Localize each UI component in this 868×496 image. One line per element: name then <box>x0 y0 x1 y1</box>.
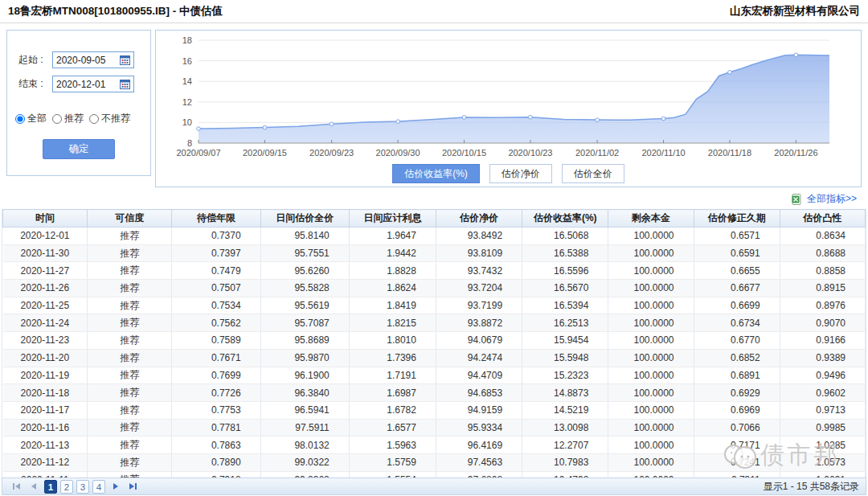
table-row: 2020-11-17推荐0.775396.59411.678294.915914… <box>3 401 866 419</box>
table-cell: 95.9870 <box>260 349 349 367</box>
table-cell: 100.0000 <box>608 280 694 297</box>
column-header[interactable]: 日间应计利息 <box>349 210 436 228</box>
table-cell: 15.5948 <box>522 349 608 367</box>
table-cell: 13.0098 <box>522 419 608 437</box>
table-cell: 1.7396 <box>349 349 436 367</box>
table-cell: 2020-11-12 <box>3 453 88 471</box>
all-indicators-link[interactable]: 全部指标>> <box>807 192 857 206</box>
table-cell: 0.6571 <box>694 228 780 245</box>
column-header[interactable]: 剩余本金 <box>608 210 694 228</box>
table-cell: 1.9442 <box>349 244 436 262</box>
column-header[interactable]: 估价凸性 <box>780 210 865 228</box>
table-cell: 0.7863 <box>172 437 260 454</box>
table-cell: 0.8634 <box>780 228 865 245</box>
radio-recommend[interactable]: 推荐 <box>52 112 84 125</box>
table-cell: 1.8215 <box>349 314 436 332</box>
table-cell: 1.8419 <box>349 297 436 314</box>
table-cell: 100.0000 <box>608 314 694 332</box>
table-cell: 1.8828 <box>349 262 436 280</box>
table-cell: 1.6987 <box>349 384 436 402</box>
page-button-1[interactable]: 1 <box>44 480 57 494</box>
page-button-3[interactable]: 3 <box>76 480 89 494</box>
svg-text:2020/10/23: 2020/10/23 <box>508 148 552 158</box>
table-cell: 推荐 <box>88 280 172 297</box>
excel-export-icon[interactable] <box>792 194 803 205</box>
table-row: 2020-11-26推荐0.750795.58281.862493.720416… <box>3 280 866 297</box>
radio-not-recommend[interactable]: 不推荐 <box>89 112 130 125</box>
next-page-button[interactable] <box>108 480 123 494</box>
table-cell: 16.5388 <box>522 244 608 262</box>
table-cell: 94.0679 <box>436 332 522 350</box>
table-cell: 96.4169 <box>436 437 522 454</box>
table-cell: 100.0000 <box>608 401 694 419</box>
radio-recommend-input[interactable] <box>52 114 62 124</box>
table-cell: 95.6260 <box>260 262 349 280</box>
table-cell: 推荐 <box>88 244 172 262</box>
filter-panel: 起始 : 2020-09-05 结束 : 2020-12-01 全部推荐不推荐 … <box>6 30 151 176</box>
radio-all-input[interactable] <box>15 114 25 124</box>
table-cell: 0.6655 <box>694 262 780 280</box>
table-cell: 1.5759 <box>349 453 436 471</box>
page-button-2[interactable]: 2 <box>60 480 73 494</box>
table-cell: 0.7397 <box>172 244 260 262</box>
end-date-field[interactable]: 2020-12-01 <box>52 76 134 92</box>
table-row: 2020-11-20推荐0.767195.98701.739694.247415… <box>3 349 866 367</box>
table-cell: 0.9166 <box>780 332 865 350</box>
table-row: 2020-11-19推荐0.769996.19001.719194.470915… <box>3 367 866 384</box>
column-header[interactable]: 估价收益率(%) <box>522 210 608 228</box>
column-header[interactable]: 时间 <box>3 210 88 228</box>
column-header[interactable]: 日间估价全价 <box>260 210 349 228</box>
table-cell: 2020-11-27 <box>3 262 88 280</box>
calendar-icon[interactable] <box>120 80 130 89</box>
radio-all[interactable]: 全部 <box>15 112 47 125</box>
table-cell: 100.0000 <box>608 297 694 314</box>
table-cell: 95.9334 <box>436 419 522 437</box>
radio-not-recommend-input[interactable] <box>89 114 99 124</box>
page-button-4[interactable]: 4 <box>92 480 105 494</box>
calendar-icon[interactable] <box>120 55 130 65</box>
table-cell: 推荐 <box>88 332 172 350</box>
table-cell: 16.5670 <box>522 280 608 297</box>
first-page-button[interactable] <box>9 480 23 494</box>
table-cell: 96.1900 <box>260 367 349 384</box>
table-cell: 99.0322 <box>260 453 349 471</box>
table-row: 2020-11-24推荐0.756295.70871.821593.887216… <box>3 314 866 332</box>
table-cell: 100.0000 <box>608 437 694 454</box>
table-cell: 93.8109 <box>436 244 522 262</box>
table-cell: 2020-11-17 <box>3 401 88 419</box>
tab-net-price[interactable]: 估价净价 <box>489 164 552 183</box>
table-cell: 0.7534 <box>172 297 260 314</box>
table-cell: 2020-11-26 <box>3 280 88 297</box>
table-cell: 0.7562 <box>172 314 260 332</box>
tab-yield-rate[interactable]: 估价收益率(%) <box>392 164 480 183</box>
last-page-button[interactable] <box>126 480 141 494</box>
svg-text:2020/10/15: 2020/10/15 <box>442 148 486 158</box>
column-header[interactable]: 估价修正久期 <box>694 210 780 228</box>
confirm-button[interactable]: 确定 <box>43 139 115 159</box>
table-cell: 推荐 <box>88 297 172 314</box>
table-cell: 98.0132 <box>260 437 349 454</box>
table-cell: 2020-11-16 <box>3 419 88 437</box>
svg-text:16: 16 <box>182 56 192 66</box>
table-cell: 0.6852 <box>694 349 780 367</box>
table-cell: 0.6734 <box>694 314 780 332</box>
table-cell: 16.5394 <box>522 297 608 314</box>
column-header[interactable]: 估价净价 <box>436 210 522 228</box>
table-cell: 100.0000 <box>608 384 694 402</box>
table-cell: 0.7066 <box>694 419 780 437</box>
table-cell: 1.8010 <box>349 332 436 350</box>
prev-page-button[interactable] <box>27 480 41 494</box>
start-date-field[interactable]: 2020-09-05 <box>52 51 134 68</box>
table-cell: 2020-11-30 <box>3 244 88 262</box>
table-cell: 推荐 <box>88 314 172 332</box>
table-row: 2020-11-12推荐0.789099.03221.575997.456310… <box>3 453 866 471</box>
chart-panel: 810121416182020/09/072020/09/152020/09/2… <box>155 30 862 187</box>
column-header[interactable]: 待偿年限 <box>172 210 260 228</box>
table-cell: 2020-11-24 <box>3 314 88 332</box>
tab-full-price[interactable]: 估价全价 <box>562 164 624 183</box>
table-cell: 1.6577 <box>349 419 436 437</box>
data-table: 时间可信度待偿年限日间估价全价日间应计利息估价净价估价收益率(%)剩余本金估价修… <box>2 209 866 489</box>
table-cell: 0.9389 <box>780 349 865 367</box>
column-header[interactable]: 可信度 <box>88 210 172 228</box>
table-cell: 0.8858 <box>780 262 865 280</box>
